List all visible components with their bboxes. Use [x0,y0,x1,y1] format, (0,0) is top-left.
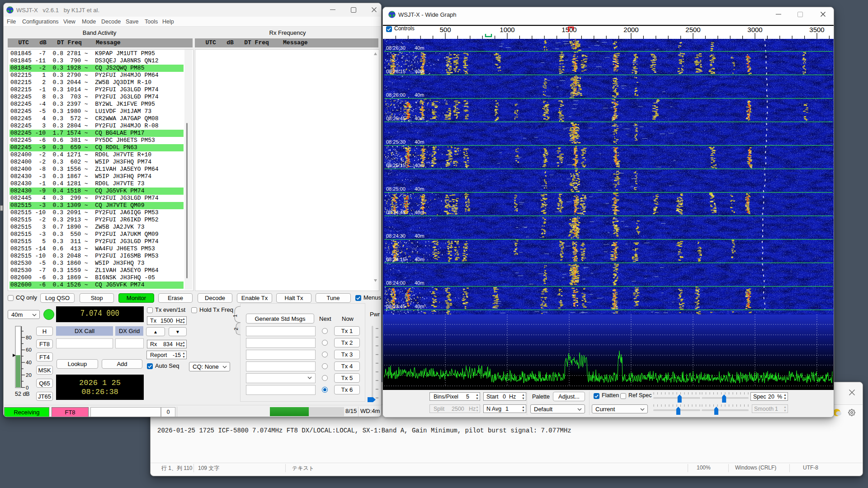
svg-text:08:24:30: 08:24:30 [386,233,406,239]
svg-text:60: 60 [26,347,32,352]
svg-text:08:26:00: 08:26:00 [386,92,406,98]
svg-text:1000: 1000 [500,26,514,33]
svg-text:40m: 40m [415,304,424,309]
svg-text:0: 0 [26,385,28,390]
svg-text:08:25:45: 08:25:45 [386,116,406,121]
svg-text:08:23:45: 08:23:45 [386,304,406,309]
svg-text:500: 500 [439,26,451,33]
svg-text:2: 2 [233,328,239,330]
svg-text:08:25:15: 08:25:15 [386,163,406,168]
svg-text:08:24:15: 08:24:15 [386,257,406,262]
svg-text:40m: 40m [415,139,424,145]
svg-text:52 dB: 52 dB [15,391,30,397]
svg-text:40m: 40m [415,280,424,286]
svg-text:40m: 40m [415,116,424,121]
svg-text:08:24:00: 08:24:00 [386,280,406,286]
svg-text:40m: 40m [415,233,424,239]
svg-text:40m: 40m [415,69,424,74]
svg-text:40m: 40m [415,257,424,262]
svg-text:3500: 3500 [809,26,824,33]
svg-text:40m: 40m [415,92,424,98]
svg-text:40m: 40m [415,210,424,215]
svg-text:08:25:30: 08:25:30 [386,139,406,145]
svg-text:40m: 40m [415,163,424,168]
svg-text:80: 80 [26,335,32,340]
svg-text:40: 40 [26,360,32,365]
svg-text:1: 1 [232,314,238,317]
svg-text:2000: 2000 [623,26,638,33]
svg-text:3000: 3000 [747,26,762,33]
svg-text:08:25:00: 08:25:00 [386,186,406,192]
svg-text:40m: 40m [415,186,424,192]
svg-text:08:24:45: 08:24:45 [386,210,406,215]
svg-text:2500: 2500 [685,26,700,33]
svg-text:08:26:15: 08:26:15 [386,69,406,74]
svg-text:08:26:30: 08:26:30 [386,45,406,51]
svg-text:40m: 40m [415,45,424,51]
svg-text:20: 20 [26,372,32,378]
